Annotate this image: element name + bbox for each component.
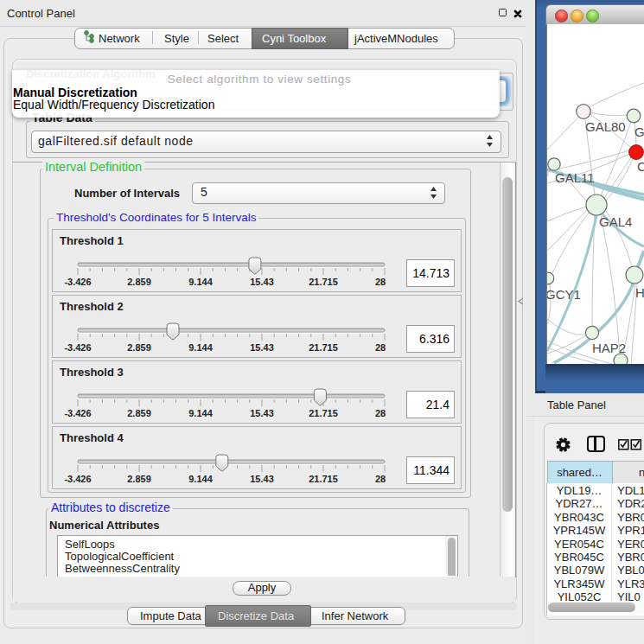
svg-text:9.144: 9.144	[188, 277, 213, 287]
svg-text:-3.426: -3.426	[64, 474, 91, 484]
svg-text:28: 28	[375, 408, 386, 418]
svg-text:2.859: 2.859	[127, 474, 151, 484]
svg-text:GCY1: GCY1	[547, 287, 581, 302]
svg-text:-3.426: -3.426	[64, 408, 91, 418]
svg-text:28: 28	[375, 277, 386, 287]
svg-text:21.715: 21.715	[309, 408, 338, 418]
svg-text:2.859: 2.859	[127, 408, 151, 418]
svg-text:15.43: 15.43	[250, 277, 274, 287]
svg-text:-3.426: -3.426	[64, 277, 91, 287]
svg-text:15.43: 15.43	[250, 408, 274, 418]
svg-text:9.144: 9.144	[188, 474, 213, 484]
svg-text:GAL4: GAL4	[599, 214, 632, 229]
svg-text:21.715: 21.715	[309, 342, 338, 353]
svg-text:21.715: 21.715	[309, 277, 338, 287]
svg-text:-3.426: -3.426	[64, 342, 91, 353]
svg-text:2.859: 2.859	[127, 342, 151, 353]
svg-text:28: 28	[375, 474, 386, 484]
svg-text:15.43: 15.43	[250, 474, 274, 484]
svg-text:GA: GA	[634, 124, 644, 139]
svg-text:9.144: 9.144	[188, 408, 213, 418]
svg-text:GAL80: GAL80	[585, 119, 626, 134]
svg-text:9.144: 9.144	[188, 342, 213, 353]
svg-text:15.43: 15.43	[250, 342, 274, 353]
svg-text:GAL11: GAL11	[555, 170, 595, 185]
svg-text:C: C	[637, 159, 644, 174]
svg-text:28: 28	[375, 342, 386, 353]
svg-text:2.859: 2.859	[127, 277, 151, 287]
svg-text:H: H	[635, 285, 644, 300]
svg-text:21.715: 21.715	[309, 474, 338, 484]
svg-text:HAP2: HAP2	[592, 341, 626, 355]
